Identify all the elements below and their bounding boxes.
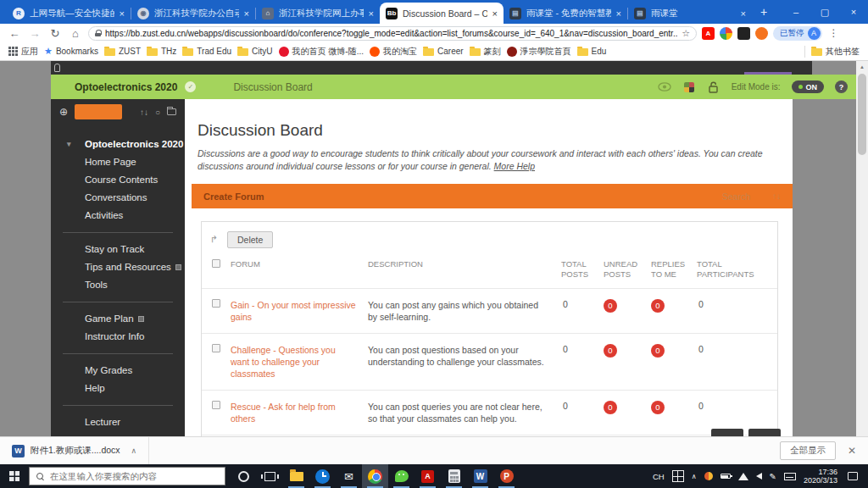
bookmark-jingzong[interactable]: 淨宗學院首頁 xyxy=(507,46,571,58)
tab-close-icon[interactable]: × xyxy=(616,8,621,19)
wifi-icon[interactable] xyxy=(738,473,748,480)
row-checkbox[interactable] xyxy=(212,344,220,352)
dark-extension-icon[interactable] xyxy=(737,27,750,40)
sidebar-item-my-grades[interactable]: My Grades xyxy=(51,362,185,380)
bookmark-folder-thz[interactable]: THz xyxy=(147,47,176,56)
tab-close-icon[interactable]: × xyxy=(369,8,374,19)
language-indicator[interactable]: CH xyxy=(653,472,665,481)
task-view-button[interactable] xyxy=(257,464,283,488)
add-menu-item-icon[interactable]: ⊕ xyxy=(59,106,68,118)
chrome-menu-icon[interactable]: ⋮ xyxy=(829,27,839,39)
touch-keyboard-icon[interactable] xyxy=(784,473,796,480)
taskbar-clock[interactable]: 17:36 2020/3/13 xyxy=(804,468,837,485)
tab-service-portal[interactable]: ⌂ 浙江科技学院网上办事服务 × xyxy=(256,3,380,24)
tab-close-icon[interactable]: × xyxy=(244,8,249,19)
apps-shortcut[interactable]: 应用 xyxy=(8,46,38,58)
forum-link[interactable]: Rescue - Ask for help from others xyxy=(231,401,368,424)
sidebar-item-tips-and-resources[interactable]: Tips and Resources xyxy=(51,258,185,276)
edit-mode-toggle[interactable]: ON xyxy=(792,80,825,93)
folder-view-icon[interactable] xyxy=(167,108,176,115)
refresh-icon[interactable]: ○ xyxy=(155,108,160,117)
downloaded-file-item[interactable]: W 附件1.教师或课....docx ∧ xyxy=(0,437,149,464)
student-preview-icon[interactable] xyxy=(658,81,671,93)
reorder-icon[interactable]: ↑↓ xyxy=(140,108,148,117)
wechat-button[interactable] xyxy=(388,464,415,488)
sidebar-item-game-plan[interactable]: Game Plan xyxy=(51,310,185,328)
cut-off-button[interactable] xyxy=(711,429,743,436)
window-close-button[interactable]: × xyxy=(839,0,868,24)
download-options-chevron-icon[interactable]: ∧ xyxy=(131,446,137,455)
sidebar-item-activities[interactable]: Activities xyxy=(51,207,185,225)
unlocked-padlock-icon[interactable] xyxy=(707,81,721,93)
sidebar-item-instructor-info[interactable]: Instructor Info xyxy=(51,328,185,346)
bookmark-bookmarks[interactable]: ★Bookmarks xyxy=(44,46,98,57)
adobe-extension-icon[interactable]: A xyxy=(702,27,715,40)
tab-close-icon[interactable]: × xyxy=(492,8,498,19)
acrobat-button[interactable]: A xyxy=(415,464,441,488)
photos-extension-icon[interactable] xyxy=(720,27,732,40)
tab-discussion-board-active[interactable]: Bb Discussion Board – Optoe × xyxy=(380,3,504,24)
row-checkbox[interactable] xyxy=(212,401,220,409)
forward-icon[interactable]: → xyxy=(27,27,42,40)
bookmark-folder-cityu[interactable]: CityU xyxy=(237,47,272,56)
bookmark-weibo[interactable]: 我的首页 微博-随... xyxy=(279,46,364,58)
https-lock-icon[interactable] xyxy=(95,30,101,36)
flame-extension-icon[interactable] xyxy=(755,27,768,40)
home-icon[interactable]: ⌂ xyxy=(68,27,83,40)
start-button[interactable] xyxy=(0,464,29,488)
bookmark-folder-edu[interactable]: Edu xyxy=(577,47,607,56)
tab-nav-guide[interactable]: R 上网导航—安全快捷的网址 × xyxy=(7,3,131,24)
search-button[interactable]: Search xyxy=(722,191,750,202)
window-maximize-button[interactable]: ▢ xyxy=(810,0,839,24)
sidebar-course-header[interactable]: ▾Optoelectronics 2020 xyxy=(51,136,185,153)
hidden-icons-chevron-icon[interactable]: ∧ xyxy=(692,473,697,480)
sidebar-item-home-page[interactable]: Home Page xyxy=(51,153,185,171)
word-button[interactable]: W xyxy=(467,464,493,488)
taskbar-search[interactable] xyxy=(29,467,225,485)
tab-rain-classroom-1[interactable]: ▤ 雨课堂 - 免费的智慧教学解 × xyxy=(504,3,627,24)
taskbar-search-input[interactable] xyxy=(50,471,207,481)
bookmark-folder-career[interactable]: Career xyxy=(423,47,464,56)
sidebar-item-conversations[interactable]: Conversations xyxy=(51,189,185,207)
file-explorer-button[interactable] xyxy=(283,464,309,488)
sidebar-item-help[interactable]: Help xyxy=(51,380,185,397)
scroll-up-arrow[interactable]: ▲ xyxy=(856,61,868,73)
scrollbar-thumb[interactable] xyxy=(858,74,866,155)
address-bar[interactable]: https://bb.zust.edu.cn/webapps/discussio… xyxy=(88,26,697,41)
tab-close-icon[interactable]: × xyxy=(120,8,125,19)
alarms-clock-button[interactable] xyxy=(309,464,336,488)
other-bookmarks[interactable]: 其他书签 xyxy=(811,46,860,58)
help-icon[interactable]: ? xyxy=(835,80,848,93)
downloaded-file-name[interactable]: 附件1.教师或课....docx xyxy=(31,445,120,457)
ime-icon[interactable] xyxy=(672,470,684,482)
chrome-button[interactable] xyxy=(362,464,388,488)
pen-icon[interactable]: ✎ xyxy=(770,472,776,481)
download-bar-close-icon[interactable]: ✕ xyxy=(848,445,856,457)
theme-palette-icon[interactable] xyxy=(682,81,696,93)
more-help-link[interactable]: More Help xyxy=(494,161,535,171)
powerpoint-button[interactable]: P xyxy=(493,464,520,488)
calculator-button[interactable] xyxy=(441,464,467,488)
bookmark-folder-seal[interactable]: 篆刻 xyxy=(470,46,501,58)
tray-app-icon[interactable] xyxy=(704,472,713,480)
show-all-downloads-button[interactable]: 全部显示 xyxy=(780,441,836,460)
window-minimize-button[interactable]: – xyxy=(782,0,810,24)
profile-chip[interactable]: 已暂停 A xyxy=(773,26,822,41)
delete-button-top[interactable]: Delete xyxy=(227,231,273,248)
new-tab-button[interactable]: + xyxy=(760,5,767,19)
tab-close-icon[interactable]: × xyxy=(741,8,746,19)
tab-rain-classroom-2[interactable]: ▤ 雨课堂 × xyxy=(628,3,752,24)
bookmark-taobao[interactable]: 我的淘宝 xyxy=(370,46,417,58)
row-checkbox[interactable] xyxy=(212,299,220,308)
sidebar-item-stay-on-track[interactable]: Stay on Track xyxy=(51,241,185,258)
page-scrollbar[interactable]: ▲ xyxy=(856,61,868,436)
sort-icon[interactable]: ↑↓ xyxy=(772,191,781,201)
bookmark-folder-trad-edu[interactable]: Trad Edu xyxy=(182,47,231,56)
select-all-checkbox[interactable] xyxy=(212,259,220,268)
bookmark-star-icon[interactable]: ☆ xyxy=(682,28,690,39)
forum-link[interactable]: Challenge - Questions you want to challe… xyxy=(231,344,368,380)
avatar[interactable]: A xyxy=(808,27,821,40)
sidebar-item-tools[interactable]: Tools xyxy=(51,276,185,294)
forum-link[interactable]: Gain - On your most impressive gains xyxy=(231,299,368,323)
course-status-icon[interactable]: ✓ xyxy=(185,81,196,92)
